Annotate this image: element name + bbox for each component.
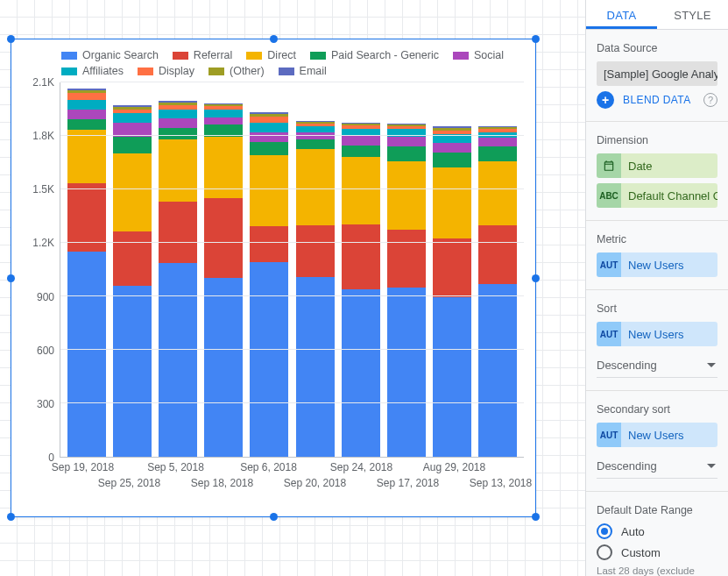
chip-dimension-date[interactable]: Date bbox=[597, 153, 717, 178]
bar[interactable] bbox=[433, 126, 471, 457]
section-title-date-range: Default Date Range bbox=[597, 504, 717, 516]
chart-widget[interactable]: Organic SearchReferralDirectPaid Search … bbox=[11, 39, 536, 517]
radio-custom[interactable]: Custom bbox=[597, 544, 717, 560]
gridline bbox=[60, 242, 524, 243]
bar-segment bbox=[478, 146, 517, 160]
bar[interactable] bbox=[478, 126, 517, 457]
legend-label: Social bbox=[474, 49, 504, 61]
bar-segment bbox=[433, 143, 471, 152]
x-tick-label: Sep 13, 2018 bbox=[470, 477, 532, 489]
sort-direction-label: Descending bbox=[597, 359, 657, 372]
bar-segment bbox=[159, 110, 197, 118]
blend-data-link[interactable]: + BLEND DATA ? bbox=[597, 91, 717, 109]
chip-label: New Users bbox=[621, 252, 717, 277]
legend-label: Display bbox=[159, 65, 194, 77]
legend-item[interactable]: Display bbox=[138, 65, 194, 77]
bar-segment bbox=[67, 110, 106, 119]
legend-swatch-icon bbox=[209, 68, 224, 75]
legend-item[interactable]: Organic Search bbox=[61, 49, 159, 61]
section-title-metric: Metric bbox=[597, 233, 717, 245]
bar-segment bbox=[113, 286, 152, 457]
bar-segment bbox=[159, 118, 197, 128]
bar-segment bbox=[113, 137, 152, 153]
bar-segment bbox=[296, 149, 335, 225]
section-title-sort: Sort bbox=[597, 302, 717, 315]
radio-icon bbox=[597, 523, 612, 539]
legend-swatch-icon bbox=[173, 52, 188, 60]
bar-segment bbox=[342, 146, 380, 156]
legend-label: Affiliates bbox=[82, 65, 124, 77]
legend-label: Paid Search - Generic bbox=[331, 49, 439, 61]
bar-segment bbox=[296, 126, 335, 132]
x-tick-label: Sep 20, 2018 bbox=[284, 477, 346, 489]
bar[interactable] bbox=[342, 123, 380, 457]
bar[interactable] bbox=[159, 101, 197, 457]
bar-segment bbox=[204, 198, 243, 279]
section-sort: Sort AUT New Users Descending bbox=[586, 290, 728, 391]
bar-segment bbox=[433, 238, 471, 296]
sort-direction-dropdown[interactable]: Descending bbox=[597, 355, 717, 378]
gridline bbox=[60, 349, 524, 350]
bar-segment bbox=[296, 277, 335, 457]
report-canvas[interactable]: Organic SearchReferralDirectPaid Search … bbox=[0, 0, 585, 576]
legend-item[interactable]: Social bbox=[453, 49, 504, 61]
aut-icon: AUT bbox=[597, 322, 621, 346]
chip-label: Date bbox=[621, 153, 717, 178]
aut-icon: AUT bbox=[597, 252, 621, 277]
legend-swatch-icon bbox=[279, 68, 294, 75]
y-tick-label: 300 bbox=[37, 398, 54, 410]
chip-dimension-channel[interactable]: ABC Default Channel G… bbox=[597, 183, 717, 208]
bar-segment bbox=[387, 288, 426, 457]
chip-label: New Users bbox=[621, 423, 717, 447]
bar-segment bbox=[433, 153, 471, 167]
chip-data-source[interactable]: [Sample] Google Analyti… bbox=[597, 61, 717, 86]
bar[interactable] bbox=[204, 103, 243, 457]
bar-segment bbox=[478, 225, 517, 284]
chevron-down-icon bbox=[707, 363, 716, 367]
legend-item[interactable]: Email bbox=[279, 65, 327, 77]
x-tick-label: Sep 17, 2018 bbox=[377, 477, 439, 489]
bar-segment bbox=[67, 100, 106, 109]
bar-segment bbox=[296, 132, 335, 139]
gridline bbox=[60, 402, 524, 403]
aut-icon: AUT bbox=[597, 423, 621, 447]
bar-segment bbox=[250, 142, 288, 154]
bar[interactable] bbox=[250, 112, 288, 457]
bar-segment bbox=[342, 224, 380, 289]
radio-auto[interactable]: Auto bbox=[597, 523, 717, 539]
legend-item[interactable]: Affiliates bbox=[61, 65, 124, 77]
tab-data[interactable]: DATA bbox=[586, 0, 657, 29]
chevron-down-icon bbox=[707, 464, 716, 468]
radio-icon bbox=[597, 544, 612, 560]
legend-swatch-icon bbox=[61, 52, 77, 60]
panel-tabs: DATA STYLE bbox=[586, 0, 728, 30]
bar[interactable] bbox=[296, 121, 335, 457]
chip-metric-new-users[interactable]: AUT New Users bbox=[597, 252, 717, 277]
bar[interactable] bbox=[113, 105, 152, 457]
legend-label: (Other) bbox=[230, 65, 265, 77]
bar-segment bbox=[113, 153, 152, 232]
gridline bbox=[60, 188, 524, 189]
bar-segment bbox=[387, 230, 426, 288]
chip-secondary-sort-field[interactable]: AUT New Users bbox=[597, 423, 717, 447]
x-tick-label: Sep 19, 2018 bbox=[52, 461, 114, 473]
help-icon[interactable]: ? bbox=[703, 93, 717, 107]
section-date-range: Default Date Range Auto Custom Last 28 d… bbox=[586, 492, 728, 576]
legend-item[interactable]: Referral bbox=[173, 49, 232, 61]
legend-label: Direct bbox=[267, 49, 296, 61]
legend-item[interactable]: Paid Search - Generic bbox=[310, 49, 439, 61]
bar-segment bbox=[387, 137, 426, 146]
bar-segment bbox=[342, 136, 380, 146]
x-tick-label: Sep 6, 2018 bbox=[240, 461, 297, 473]
tab-style[interactable]: STYLE bbox=[657, 0, 728, 29]
legend-item[interactable]: Direct bbox=[246, 49, 296, 61]
y-tick-label: 900 bbox=[37, 291, 54, 303]
secondary-sort-direction-dropdown[interactable]: Descending bbox=[597, 456, 717, 479]
chip-label: Default Channel G… bbox=[621, 183, 717, 208]
section-data-source: Data Source [Sample] Google Analyti… + B… bbox=[586, 30, 728, 122]
bar-segment bbox=[67, 93, 106, 100]
bar-segment bbox=[296, 225, 335, 277]
legend-item[interactable]: (Other) bbox=[209, 65, 265, 77]
bar[interactable] bbox=[387, 124, 426, 457]
chip-sort-field[interactable]: AUT New Users bbox=[597, 322, 717, 346]
